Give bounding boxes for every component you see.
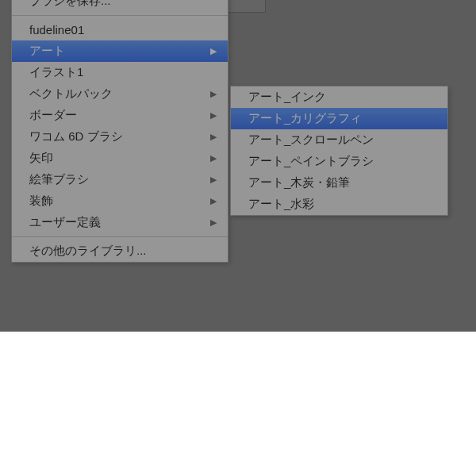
menu-item-7[interactable]: 絵筆ブラシ▶ [12, 169, 228, 190]
menu-item-label: fudeline01 [29, 23, 84, 36]
menu-item-1[interactable]: アート▶ [12, 40, 228, 62]
menu-item-5[interactable]: ワコム 6D ブラシ▶ [12, 126, 228, 148]
menu-separator [12, 236, 228, 237]
menu-item-3[interactable]: ベクトルパック▶ [12, 83, 228, 105]
menu-item-label: 装飾 [29, 194, 53, 209]
submenu-item-4[interactable]: アート_木炭・鉛筆 [231, 172, 447, 194]
menu-item-other-library[interactable]: その他のライブラリ... [12, 240, 228, 262]
menu-item-2[interactable]: イラスト1 [12, 62, 228, 83]
menu-item-label: ボーダー [29, 108, 77, 123]
chevron-right-icon: ▶ [210, 89, 217, 99]
menu-item-8[interactable]: 装飾▶ [12, 190, 228, 212]
menu-item-4[interactable]: ボーダー▶ [12, 105, 228, 126]
menu-item-label: ブラシを保存... [29, 0, 111, 9]
submenu-item-5[interactable]: アート_水彩 [231, 194, 447, 215]
menu-item-label: その他のライブラリ... [29, 244, 147, 259]
menu-item-label: アート_木炭・鉛筆 [248, 175, 350, 190]
menu-item-label: アート [29, 44, 65, 59]
submenu-item-1[interactable]: アート_カリグラフィ [231, 108, 447, 129]
menu-item-9[interactable]: ユーザー定義▶ [12, 212, 228, 233]
chevron-right-icon: ▶ [210, 175, 217, 185]
menu-item-label: アート_インク [248, 90, 326, 105]
menu-item-label: アート_水彩 [248, 197, 314, 212]
menu-item-label: アート_スクロールペン [248, 132, 374, 148]
submenu-item-2[interactable]: アート_スクロールペン [231, 129, 447, 151]
menu-item-save-brush[interactable]: ブラシを保存... [12, 0, 228, 12]
menu-item-label: 絵筆ブラシ [29, 172, 89, 187]
menu-item-label: ベクトルパック [29, 86, 113, 102]
menu-separator [12, 15, 228, 16]
submenu-item-0[interactable]: アート_インク [231, 86, 447, 108]
menu-item-label: ワコム 6D ブラシ [29, 129, 123, 144]
submenu-item-3[interactable]: アート_ペイントブラシ [231, 151, 447, 172]
chevron-right-icon: ▶ [210, 132, 217, 142]
chevron-right-icon: ▶ [210, 153, 217, 163]
chevron-right-icon: ▶ [210, 196, 217, 206]
chevron-right-icon: ▶ [210, 217, 217, 228]
context-menu-sub: アート_インクアート_カリグラフィアート_スクロールペンアート_ペイントブラシア… [230, 86, 448, 216]
menu-item-label: イラスト1 [29, 65, 83, 80]
menu-item-label: アート_ペイントブラシ [248, 154, 374, 169]
chevron-right-icon: ▶ [210, 110, 217, 121]
menu-item-0[interactable]: fudeline01 [12, 19, 228, 40]
menu-item-label: アート_カリグラフィ [248, 111, 362, 126]
chevron-right-icon: ▶ [210, 46, 217, 56]
menu-item-6[interactable]: 矢印▶ [12, 148, 228, 169]
menu-item-label: 矢印 [29, 151, 53, 166]
menu-item-label: ユーザー定義 [29, 215, 101, 230]
context-menu-main: ブラシを保存...fudeline01アート▶イラスト1ベクトルパック▶ボーダー… [11, 0, 228, 263]
